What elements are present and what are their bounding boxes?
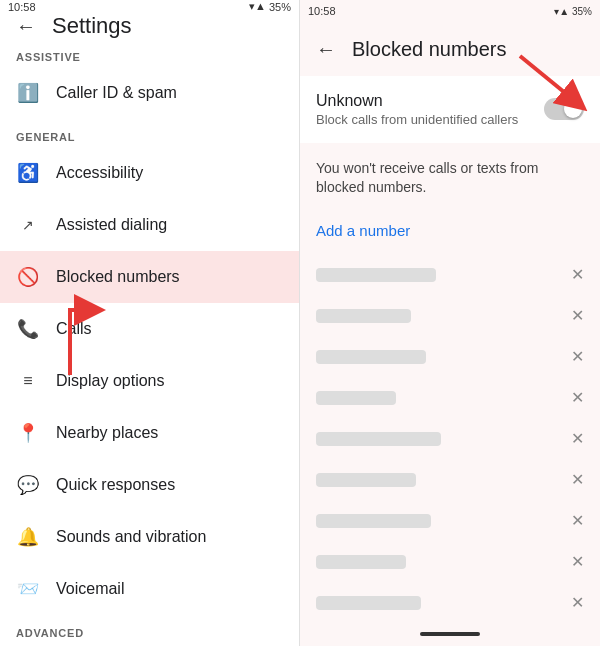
voicemail-icon: 📨: [16, 577, 40, 601]
list-item: ✕: [316, 542, 584, 581]
bottom-nav-indicator: [420, 632, 480, 636]
signal-icon: ▾▲: [249, 0, 266, 13]
blocked-number-placeholder: [316, 473, 416, 487]
section-label-advanced: ADVANCED: [0, 615, 299, 643]
blocked-number-placeholder: [316, 268, 436, 282]
status-bar-left: 10:58 ▾▲ 35%: [0, 0, 299, 13]
status-time-left: 10:58: [8, 1, 36, 13]
unknown-section: Unknown Block calls from unidentified ca…: [300, 76, 600, 143]
calls-icon: 📞: [16, 317, 40, 341]
sidebar-item-blocked-numbers[interactable]: 🚫 Blocked numbers: [0, 251, 299, 303]
unknown-toggle[interactable]: [544, 98, 584, 120]
info-icon: ℹ️: [16, 81, 40, 105]
list-item: ✕: [316, 583, 584, 622]
list-item: ✕: [316, 296, 584, 335]
assisted-dialing-label: Assisted dialing: [56, 216, 167, 234]
quick-responses-label: Quick responses: [56, 476, 175, 494]
remove-blocked-button[interactable]: ✕: [571, 306, 584, 325]
calls-label: Calls: [56, 320, 92, 338]
unknown-subtitle: Block calls from unidentified callers: [316, 112, 518, 127]
remove-blocked-button[interactable]: ✕: [571, 388, 584, 407]
blocked-number-placeholder: [316, 432, 441, 446]
sidebar-item-nearby-places[interactable]: 📍 Nearby places: [0, 407, 299, 459]
status-bar-right: 10:58 ▾▲ 35%: [300, 0, 600, 23]
list-item: ✕: [316, 501, 584, 540]
remove-blocked-button[interactable]: ✕: [571, 265, 584, 284]
blocked-numbers-title: Blocked numbers: [352, 38, 507, 61]
sidebar-item-quick-responses[interactable]: 💬 Quick responses: [0, 459, 299, 511]
assisted-dialing-icon: ↗: [16, 213, 40, 237]
blocked-number-placeholder: [316, 514, 431, 528]
remove-blocked-button[interactable]: ✕: [571, 470, 584, 489]
sounds-icon: 🔔: [16, 525, 40, 549]
accessibility-icon: ♿: [16, 161, 40, 185]
blocked-number-placeholder: [316, 596, 421, 610]
sidebar-item-assisted-dialing[interactable]: ↗ Assisted dialing: [0, 199, 299, 251]
caller-id-label: Caller ID & spam: [56, 84, 177, 102]
list-item: ✕: [316, 460, 584, 499]
status-icons-left: ▾▲ 35%: [249, 0, 291, 13]
unknown-text-block: Unknown Block calls from unidentified ca…: [316, 92, 518, 127]
blocked-icon: 🚫: [16, 265, 40, 289]
status-time-right: 10:58: [308, 5, 336, 17]
blocked-number-placeholder: [316, 350, 426, 364]
blocked-number-placeholder: [316, 391, 396, 405]
settings-title: Settings: [52, 13, 132, 39]
remove-blocked-button[interactable]: ✕: [571, 593, 584, 612]
add-number-button[interactable]: Add a number: [300, 214, 600, 255]
info-text: You won't receive calls or texts from bl…: [300, 143, 600, 214]
nearby-icon: 📍: [16, 421, 40, 445]
toggle-knob: [564, 100, 582, 118]
sounds-label: Sounds and vibration: [56, 528, 206, 546]
sidebar-item-caller-id[interactable]: ℹ️ Caller ID & spam: [0, 67, 299, 119]
quick-responses-icon: 💬: [16, 473, 40, 497]
blocked-numbers-panel: 10:58 ▾▲ 35% ← Blocked numbers Unknown: [300, 0, 600, 646]
back-button-right[interactable]: ←: [316, 38, 336, 61]
accessibility-label: Accessibility: [56, 164, 143, 182]
blocked-number-placeholder: [316, 309, 411, 323]
remove-blocked-button[interactable]: ✕: [571, 347, 584, 366]
status-icons-right: ▾▲ 35%: [554, 6, 592, 17]
sidebar-item-sounds[interactable]: 🔔 Sounds and vibration: [0, 511, 299, 563]
top-bar-right: ← Blocked numbers: [300, 23, 600, 76]
sidebar-item-accessibility[interactable]: ♿ Accessibility: [0, 147, 299, 199]
list-item: ✕: [316, 255, 584, 294]
remove-blocked-button[interactable]: ✕: [571, 429, 584, 448]
back-button-left[interactable]: ←: [16, 15, 36, 38]
blocked-number-placeholder: [316, 555, 406, 569]
nearby-places-label: Nearby places: [56, 424, 158, 442]
list-item: ✕: [316, 419, 584, 458]
sidebar-item-display-options[interactable]: ≡ Display options: [0, 355, 299, 407]
settings-panel: 10:58 ▾▲ 35% ← Settings ASSISTIVE ℹ️ Cal…: [0, 0, 300, 646]
battery-icon: 35%: [269, 1, 291, 13]
sidebar-item-voicemail[interactable]: 📨 Voicemail: [0, 563, 299, 615]
sidebar-item-calls[interactable]: 📞 Calls: [0, 303, 299, 355]
list-item: ✕: [316, 378, 584, 417]
section-label-assistive: ASSISTIVE: [0, 39, 299, 67]
remove-blocked-button[interactable]: ✕: [571, 511, 584, 530]
section-label-general: GENERAL: [0, 119, 299, 147]
unknown-title: Unknown: [316, 92, 518, 110]
display-options-label: Display options: [56, 372, 165, 390]
blocked-numbers-list: ✕ ✕ ✕ ✕ ✕ ✕ ✕: [300, 255, 600, 622]
display-icon: ≡: [16, 369, 40, 393]
top-bar-left: ← Settings: [0, 13, 299, 39]
remove-blocked-button[interactable]: ✕: [571, 552, 584, 571]
list-item: ✕: [316, 337, 584, 376]
voicemail-label: Voicemail: [56, 580, 124, 598]
blocked-numbers-label: Blocked numbers: [56, 268, 180, 286]
